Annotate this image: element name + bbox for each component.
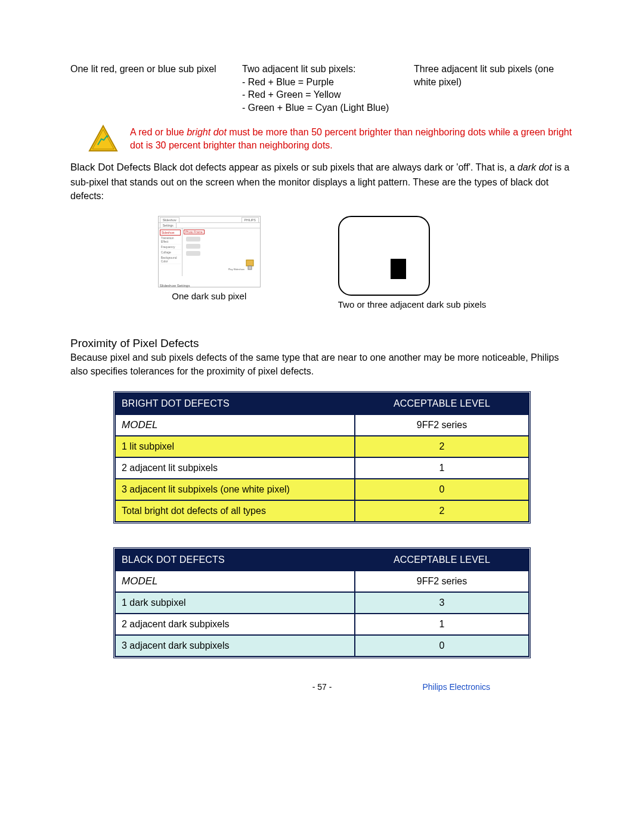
warning-text: A red or blue bright dot must be more th… bbox=[130, 125, 574, 151]
bright-row-label: 2 adjacent lit subpixels bbox=[115, 457, 355, 479]
table-row: 3 adjacent dark subpixels 0 bbox=[115, 635, 529, 657]
footer-brand: Philips Electronics bbox=[422, 682, 490, 692]
black-header-1: BLACK DOT DEFECTS bbox=[115, 549, 355, 571]
subpixel-description-row: One lit red, green or blue sub pixel Two… bbox=[70, 63, 574, 114]
black-row-value: 1 bbox=[355, 614, 529, 635]
black-dot-table: BLACK DOT DEFECTS ACCEPTABLE LEVEL MODEL… bbox=[113, 547, 531, 658]
table-row: Total bright dot defects of all types 2 bbox=[115, 500, 529, 522]
warning-em: bright dot bbox=[187, 127, 227, 137]
warning-icon bbox=[88, 125, 118, 152]
figure-two-caption: Two or three adjacent dark sub pixels bbox=[338, 299, 486, 309]
table-row: 3 adjacent lit subpixels (one white pixe… bbox=[115, 479, 529, 500]
table-row: 2 adjacent lit subpixels 1 bbox=[115, 457, 529, 479]
mini-ui-side-item: Sideshow bbox=[160, 230, 181, 236]
svg-rect-4 bbox=[248, 266, 252, 270]
warning-row: A red or blue bright dot must be more th… bbox=[70, 125, 574, 152]
page: One lit red, green or blue sub pixel Two… bbox=[0, 0, 644, 716]
black-row-value: 0 bbox=[355, 635, 529, 657]
mini-ui-tab1: Slideshow bbox=[160, 217, 179, 222]
bright-row-value: 2 bbox=[355, 436, 529, 457]
bright-row-value: 1 bbox=[355, 457, 529, 479]
dark-pixel-block bbox=[391, 259, 406, 279]
bright-row-label: 3 adjacent lit subpixels (one white pixe… bbox=[115, 479, 355, 500]
warning-pre: A red or blue bbox=[130, 127, 187, 137]
figure-two-dark: Two or three adjacent dark sub pixels bbox=[338, 216, 486, 309]
mini-ui-caption: Slideshow Settings bbox=[160, 284, 190, 287]
mini-ui-side-item: Collage bbox=[160, 250, 181, 255]
mini-ui-screenshot: Slideshow PHILIPS Settings Sideshow Tran… bbox=[158, 216, 261, 287]
mini-ui-sidebar: Sideshow Transition Effect Frequency Col… bbox=[159, 228, 182, 276]
bright-model-label: MODEL bbox=[115, 414, 355, 436]
mini-ui-main: Photo Frame Play Slideshow bbox=[182, 228, 260, 276]
bright-header-1: BRIGHT DOT DEFECTS bbox=[115, 393, 355, 414]
bright-header-2: ACCEPTABLE LEVEL bbox=[355, 393, 529, 414]
mini-ui-badge-label: Play Slideshow bbox=[228, 268, 244, 271]
bright-row-label: Total bright dot defects of all types bbox=[115, 500, 355, 522]
table-row: 2 adjacent dark subpixels 1 bbox=[115, 614, 529, 635]
mini-ui-brand: PHILIPS bbox=[242, 217, 259, 222]
black-model-label: MODEL bbox=[115, 571, 355, 592]
black-model-value: 9FF2 series bbox=[355, 571, 529, 592]
mini-ui-side-item: Frequency bbox=[160, 244, 181, 250]
black-dot-em: dark dot bbox=[518, 162, 552, 172]
page-footer: - 57 - Philips Electronics bbox=[70, 682, 574, 692]
mini-ui-side-item2: Photo Frame bbox=[184, 230, 205, 234]
black-row-value: 3 bbox=[355, 592, 529, 614]
proximity-paragraph: Because pixel and sub pixels defects of … bbox=[70, 351, 574, 378]
col-one-lit: One lit red, green or blue sub pixel bbox=[70, 63, 230, 114]
black-dot-lead: Black Dot Defects bbox=[70, 162, 151, 173]
mini-ui-tab2: Settings bbox=[160, 222, 177, 228]
bright-dot-table: BRIGHT DOT DEFECTS ACCEPTABLE LEVEL MODE… bbox=[113, 391, 531, 524]
table-row: 1 lit subpixel 2 bbox=[115, 436, 529, 457]
play-slideshow-icon bbox=[246, 259, 254, 270]
black-row-label: 2 adjacent dark subpixels bbox=[115, 614, 355, 635]
figure-one-caption: One dark sub pixel bbox=[158, 291, 261, 301]
rounded-square-illustration bbox=[338, 216, 430, 296]
mini-ui-side-item: Background Color bbox=[160, 255, 181, 264]
mini-ui-side-item: Transition Effect bbox=[160, 236, 181, 244]
black-dot-paragraph: Black Dot Defects Black dot defects appe… bbox=[70, 160, 574, 203]
page-number: - 57 - bbox=[312, 682, 332, 692]
black-header-2: ACCEPTABLE LEVEL bbox=[355, 549, 529, 571]
figure-one-dark: Slideshow PHILIPS Settings Sideshow Tran… bbox=[158, 216, 261, 309]
col-three-adjacent: Three adjacent lit sub pixels (one white… bbox=[414, 63, 574, 114]
bright-row-value: 0 bbox=[355, 479, 529, 500]
proximity-heading: Proximity of Pixel Defects bbox=[70, 337, 574, 350]
svg-point-2 bbox=[107, 136, 109, 138]
black-row-label: 3 adjacent dark subpixels bbox=[115, 635, 355, 657]
bright-model-value: 9FF2 series bbox=[355, 414, 529, 436]
bright-row-label: 1 lit subpixel bbox=[115, 436, 355, 457]
col-two-adjacent: Two adjacent lit sub pixels: - Red + Blu… bbox=[242, 63, 402, 114]
black-dot-body-a: Black dot defects appear as pixels or su… bbox=[151, 162, 518, 172]
figures-row: Slideshow PHILIPS Settings Sideshow Tran… bbox=[70, 216, 574, 309]
table-row: 1 dark subpixel 3 bbox=[115, 592, 529, 614]
svg-rect-3 bbox=[246, 260, 253, 266]
bright-row-value: 2 bbox=[355, 500, 529, 522]
black-row-label: 1 dark subpixel bbox=[115, 592, 355, 614]
